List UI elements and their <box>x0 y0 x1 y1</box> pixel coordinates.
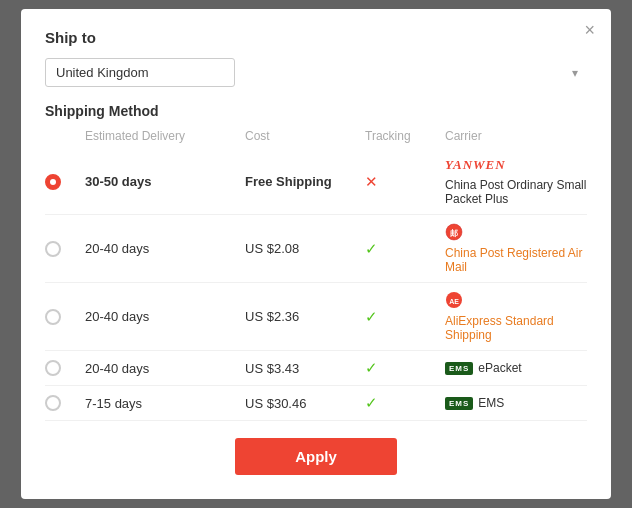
delivery-days: 30-50 days <box>85 174 245 189</box>
header-tracking: Tracking <box>365 129 445 143</box>
carrier-name-text: ePacket <box>478 361 521 375</box>
carrier-cell: 邮 China Post Registered Air Mail <box>445 223 587 274</box>
header-cost: Cost <box>245 129 365 143</box>
close-button[interactable]: × <box>584 21 595 39</box>
aliexpress-icon: AE <box>445 291 463 309</box>
table-row[interactable]: 7-15 daysUS $30.46✓EMSEMS <box>45 386 587 421</box>
carrier-cell: EMSePacket <box>445 361 587 375</box>
carrier-name-link[interactable]: China Post Registered Air Mail <box>445 246 587 274</box>
carrier-name-text: EMS <box>478 396 504 410</box>
carrier-cell: EMSEMS <box>445 396 587 410</box>
tracking-indicator: ✓ <box>365 240 445 258</box>
radio-button[interactable] <box>45 395 61 411</box>
table-row[interactable]: 20-40 daysUS $2.36✓ AE AliExpress Standa… <box>45 283 587 351</box>
radio-button[interactable] <box>45 241 61 257</box>
ems-logo: EMS <box>445 397 473 410</box>
carrier-name-text: China Post Ordinary Small Packet Plus <box>445 178 587 206</box>
ems-logo: EMS <box>445 362 473 375</box>
header-delivery: Estimated Delivery <box>85 129 245 143</box>
radio-button[interactable] <box>45 360 61 376</box>
delivery-days: 7-15 days <box>85 396 245 411</box>
table-row[interactable]: 20-40 daysUS $3.43✓EMSePacket <box>45 351 587 386</box>
yanwen-logo: YANWEN <box>445 157 506 173</box>
table-row[interactable]: 20-40 daysUS $2.08✓ 邮 China Post Registe… <box>45 215 587 283</box>
country-select-wrapper: United Kingdom <box>45 58 587 87</box>
tracking-indicator: ✓ <box>365 308 445 326</box>
carrier-cell: AE AliExpress Standard Shipping <box>445 291 587 342</box>
cost: US $30.46 <box>245 396 365 411</box>
delivery-days: 20-40 days <box>85 309 245 324</box>
svg-text:AE: AE <box>449 298 459 305</box>
table-header: Estimated Delivery Cost Tracking Carrier <box>45 129 587 149</box>
table-row[interactable]: 30-50 daysFree Shipping✕YANWENChina Post… <box>45 149 587 215</box>
china-post-icon: 邮 <box>445 223 463 241</box>
carrier-cell: YANWENChina Post Ordinary Small Packet P… <box>445 157 587 206</box>
radio-button[interactable] <box>45 309 61 325</box>
svg-text:邮: 邮 <box>450 229 458 238</box>
carrier-name-link[interactable]: AliExpress Standard Shipping <box>445 314 587 342</box>
modal-title: Ship to <box>45 29 587 46</box>
modal-overlay: × Ship to United Kingdom Shipping Method… <box>0 0 632 508</box>
radio-button[interactable] <box>45 174 61 190</box>
shipping-modal: × Ship to United Kingdom Shipping Method… <box>21 9 611 499</box>
delivery-days: 20-40 days <box>85 241 245 256</box>
cost: US $2.08 <box>245 241 365 256</box>
shipping-methods-list: 30-50 daysFree Shipping✕YANWENChina Post… <box>45 149 587 422</box>
tracking-indicator: ✕ <box>365 173 445 191</box>
apply-button[interactable]: Apply <box>235 438 397 475</box>
country-select[interactable]: United Kingdom <box>45 58 235 87</box>
header-carrier: Carrier <box>445 129 587 143</box>
cost: Free Shipping <box>245 174 365 189</box>
tracking-indicator: ✓ <box>365 359 445 377</box>
delivery-days: 20-40 days <box>85 361 245 376</box>
cost: US $2.36 <box>245 309 365 324</box>
cost: US $3.43 <box>245 361 365 376</box>
table-row[interactable]: 7-15 daysUS $73.22✓UPSUPS Expedited <box>45 421 587 422</box>
apply-button-row: Apply <box>45 438 587 475</box>
section-title: Shipping Method <box>45 103 587 119</box>
header-radio <box>45 129 85 143</box>
tracking-indicator: ✓ <box>365 394 445 412</box>
